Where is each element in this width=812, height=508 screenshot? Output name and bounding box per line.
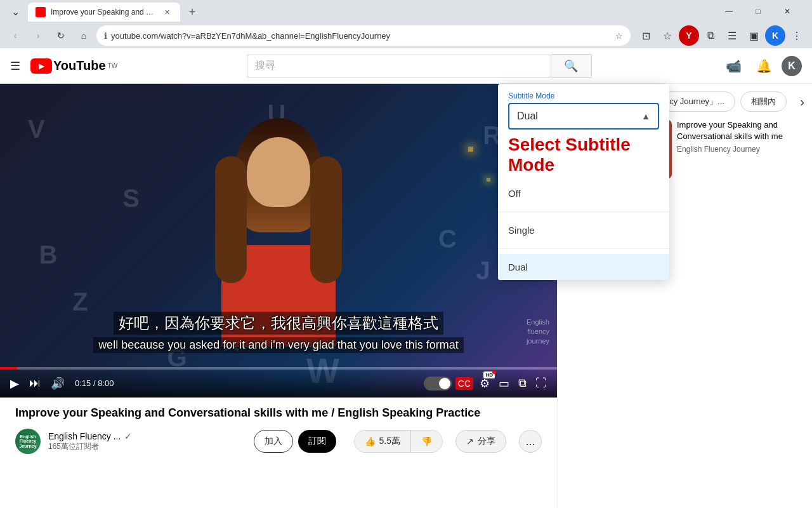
search-text: 搜尋 (255, 59, 275, 72)
search-wrapper: 搜尋 🔍 (128, 54, 710, 78)
subtitle-mode-current: Dual (517, 110, 538, 122)
address-bar: ‹ › ↻ ⌂ ℹ youtube.com/watch?v=aRBzYEn7dh… (0, 23, 812, 48)
list-icon[interactable]: ☰ (722, 25, 742, 46)
bg-letter-v: V (28, 115, 45, 144)
subtitle-mode-label: Subtitle Mode (508, 91, 659, 100)
extensions-icon[interactable]: ⧉ (700, 25, 721, 46)
like-dislike-group: 👍 5.5萬 👎 (354, 430, 443, 453)
bg-letter-c: C (438, 225, 457, 253)
create-video-icon[interactable]: 📹 (721, 53, 746, 79)
option-dual-text: Dual (508, 262, 528, 272)
option-off-text: Off (508, 188, 521, 199)
sidebar-video-title: Improve your Speaking and Conversational… (677, 119, 804, 142)
yt-content: V U B Z P J C X S R G W (0, 84, 812, 508)
sidebar-channel-name: English Fluency Journey (677, 145, 804, 154)
more-options-icon[interactable]: ⋮ (787, 25, 807, 46)
bg-letter-j: J (476, 257, 490, 285)
video-player[interactable]: V U B Z P J C X S R G W (0, 84, 557, 398)
thumbs-down-icon: 👎 (421, 436, 432, 446)
split-view-icon[interactable]: ▣ (743, 25, 764, 46)
play-button[interactable]: ▶ (8, 374, 22, 393)
title-bar: ⌄ Improve your Speaking and C... ✕ + — □… (0, 0, 812, 23)
home-button[interactable]: ⌂ (74, 25, 94, 46)
refresh-button[interactable]: ↻ (51, 25, 71, 46)
back-button[interactable]: ‹ (5, 25, 25, 46)
notifications-icon[interactable]: 🔔 (751, 53, 776, 79)
option-off[interactable]: Off (498, 180, 669, 206)
theater-button[interactable]: ▭ (496, 374, 512, 393)
youtube-header: ☰ YouTube TW 搜尋 🔍 📹 🔔 K (0, 48, 812, 84)
like-button[interactable]: 👍 5.5萬 (355, 431, 411, 452)
watermark-line2: fluency (527, 327, 549, 337)
fullscreen-button[interactable]: ⛶ (533, 374, 549, 392)
search-box[interactable]: 搜尋 (247, 55, 551, 77)
tab-search-icon[interactable]: ⊡ (636, 25, 656, 46)
dropdown-divider-2 (498, 248, 669, 249)
search-button[interactable]: 🔍 (551, 54, 592, 78)
tab-close-button[interactable]: ✕ (161, 6, 173, 18)
toggle-knob (439, 378, 450, 389)
select-subtitle-mode-label: Select Subtitle Mode (498, 130, 669, 180)
bookmark-star-icon[interactable]: ☆ (657, 25, 678, 46)
youtube-logo-icon (30, 58, 52, 74)
maximize-button[interactable]: □ (743, 0, 773, 23)
miniplayer-button[interactable]: ⧉ (516, 374, 529, 392)
subtitles-button[interactable]: CC (455, 377, 473, 390)
channel-name-row: English Fluency ... ✓ (48, 431, 246, 441)
more-button[interactable]: ... (519, 430, 542, 453)
thumbs-up-icon: 👍 (365, 436, 376, 446)
like-count: 5.5萬 (379, 436, 400, 447)
action-buttons: 👍 5.5萬 👎 (354, 430, 443, 453)
video-background: V U B Z P J C X S R G W (0, 84, 557, 398)
close-button[interactable]: ✕ (773, 0, 802, 23)
subtitle-area: 好吧，因為你要求它，我很高興你喜歡這種格式 well because you a… (0, 312, 557, 353)
window-controls: — □ ✕ (714, 0, 802, 23)
next-button[interactable]: ⏭ (27, 374, 43, 392)
subtitle-chinese: 好吧，因為你要求它，我很高興你喜歡這種格式 (114, 312, 443, 335)
hamburger-menu-icon[interactable]: ☰ (10, 59, 20, 73)
option-single[interactable]: Single (498, 217, 669, 243)
yt-main: V U B Z P J C X S R G W (0, 84, 557, 508)
filter-related-button[interactable]: 相關內 (740, 91, 787, 112)
profile-avatar[interactable]: K (765, 25, 785, 46)
active-tab[interactable]: Improve your Speaking and C... ✕ (28, 3, 180, 22)
join-button[interactable]: 加入 (254, 430, 293, 453)
volume-button[interactable]: 🔊 (48, 374, 67, 393)
channel-info: English Fluency ... ✓ 165萬位訂閱者 (48, 431, 246, 452)
dropdown-divider-1 (498, 211, 669, 212)
channel-name[interactable]: English Fluency ... (48, 431, 121, 441)
video-title: Improve your Speaking and Conversational… (15, 405, 542, 421)
youtube-logo[interactable]: YouTube TW (30, 58, 117, 74)
user-avatar[interactable]: K (782, 56, 802, 76)
address-input-wrapper[interactable]: ℹ youtube.com/watch?v=aRBzYEn7dhM&ab_cha… (96, 25, 631, 46)
dropdown-options: Off Single Dual (498, 180, 669, 280)
sidebar-video-info: Improve your Speaking and Conversational… (677, 119, 804, 179)
tab-group-dropdown[interactable]: ⌄ (5, 1, 25, 22)
minimize-button[interactable]: — (714, 0, 743, 23)
dislike-button[interactable]: 👎 (411, 431, 442, 451)
browser-frame: ⌄ Improve your Speaking and C... ✕ + — □… (0, 0, 812, 508)
tab-favicon (36, 7, 46, 17)
tab-bar: ⌄ Improve your Speaking and C... ✕ + (5, 1, 712, 22)
subscribe-button[interactable]: 訂閱 (298, 430, 336, 453)
bg-letter-s: S (122, 184, 140, 213)
option-dual[interactable]: Dual (498, 254, 669, 280)
channel-avatar[interactable]: English Fluency Journey (15, 429, 41, 454)
share-button[interactable]: ↗ 分享 (455, 430, 506, 453)
sidebar-next-icon[interactable]: › (800, 95, 804, 109)
video-info: Improve your Speaking and Conversational… (0, 398, 557, 462)
subtitle-toggle[interactable] (424, 377, 452, 391)
hd-badge: HD (483, 371, 495, 378)
forward-button[interactable]: › (28, 25, 48, 46)
settings-button[interactable]: ⚙ HD (477, 374, 492, 393)
subtitle-mode-select[interactable]: Dual ▲ (508, 103, 659, 130)
bookmark-icon[interactable]: ☆ (615, 31, 623, 41)
extension-icon[interactable]: Y (679, 25, 699, 46)
watermark-line3: journey (527, 337, 549, 346)
youtube-page: ☰ YouTube TW 搜尋 🔍 📹 🔔 K (0, 48, 812, 508)
more-area: ... (519, 430, 542, 453)
share-area: ↗ 分享 (455, 430, 506, 453)
subtitle-dropdown[interactable]: Subtitle Mode Dual ▲ Select Subtitle Mod… (498, 84, 669, 280)
watermark: English fluency journey (527, 318, 549, 347)
new-tab-button[interactable]: + (183, 3, 202, 22)
